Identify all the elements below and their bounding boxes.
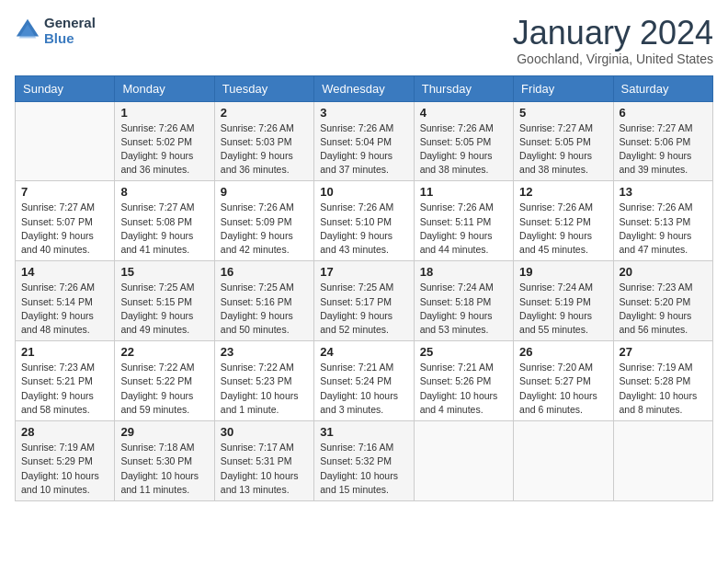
calendar-cell: 4Sunrise: 7:26 AMSunset: 5:05 PMDaylight…	[414, 101, 513, 181]
day-number: 5	[519, 106, 607, 120]
calendar-cell: 12Sunrise: 7:26 AMSunset: 5:12 PMDayligh…	[514, 181, 613, 261]
day-number: 23	[221, 345, 308, 359]
day-info: Sunrise: 7:26 AMSunset: 5:02 PMDaylight:…	[120, 121, 208, 178]
day-info: Sunrise: 7:27 AMSunset: 5:08 PMDaylight:…	[120, 201, 208, 257]
day-info: Sunrise: 7:18 AMSunset: 5:30 PMDaylight:…	[120, 441, 208, 497]
calendar-cell: 1Sunrise: 7:26 AMSunset: 5:02 PMDaylight…	[115, 101, 214, 181]
calendar-cell: 18Sunrise: 7:24 AMSunset: 5:18 PMDayligh…	[414, 261, 513, 341]
calendar-cell: 9Sunrise: 7:26 AMSunset: 5:09 PMDaylight…	[214, 181, 313, 261]
day-number: 1	[120, 106, 208, 120]
day-number: 21	[21, 345, 108, 359]
day-number: 22	[120, 345, 208, 359]
col-sunday: Sunday	[16, 75, 115, 101]
calendar-cell: 31Sunrise: 7:16 AMSunset: 5:32 PMDayligh…	[314, 421, 414, 501]
calendar-week-row: 14Sunrise: 7:26 AMSunset: 5:14 PMDayligh…	[16, 261, 713, 341]
col-friday: Friday	[514, 75, 613, 101]
calendar-cell: 14Sunrise: 7:26 AMSunset: 5:14 PMDayligh…	[16, 261, 115, 341]
calendar-cell: 15Sunrise: 7:25 AMSunset: 5:15 PMDayligh…	[115, 261, 214, 341]
calendar-cell	[414, 421, 513, 501]
day-info: Sunrise: 7:24 AMSunset: 5:18 PMDaylight:…	[420, 281, 507, 337]
calendar-cell: 11Sunrise: 7:26 AMSunset: 5:11 PMDayligh…	[414, 181, 513, 261]
calendar-table: Sunday Monday Tuesday Wednesday Thursday…	[15, 75, 713, 501]
calendar-cell: 23Sunrise: 7:22 AMSunset: 5:23 PMDayligh…	[214, 341, 313, 421]
logo: General Blue	[15, 15, 96, 46]
day-info: Sunrise: 7:27 AMSunset: 5:07 PMDaylight:…	[21, 201, 108, 257]
day-number: 29	[120, 425, 208, 439]
day-info: Sunrise: 7:23 AMSunset: 5:21 PMDaylight:…	[21, 361, 108, 417]
day-info: Sunrise: 7:26 AMSunset: 5:14 PMDaylight:…	[21, 281, 108, 337]
day-number: 2	[221, 106, 308, 120]
day-number: 24	[320, 345, 407, 359]
day-info: Sunrise: 7:16 AMSunset: 5:32 PMDaylight:…	[320, 441, 407, 497]
calendar-cell: 27Sunrise: 7:19 AMSunset: 5:28 PMDayligh…	[613, 341, 712, 421]
calendar-cell: 2Sunrise: 7:26 AMSunset: 5:03 PMDaylight…	[214, 101, 313, 181]
calendar-cell	[514, 421, 613, 501]
day-number: 4	[420, 106, 507, 120]
day-number: 15	[120, 265, 208, 279]
calendar-cell: 5Sunrise: 7:27 AMSunset: 5:05 PMDaylight…	[514, 101, 613, 181]
col-tuesday: Tuesday	[214, 75, 313, 101]
calendar-cell: 10Sunrise: 7:26 AMSunset: 5:10 PMDayligh…	[314, 181, 414, 261]
day-number: 10	[320, 185, 407, 199]
calendar-cell: 3Sunrise: 7:26 AMSunset: 5:04 PMDaylight…	[314, 101, 414, 181]
day-number: 12	[519, 185, 607, 199]
calendar-cell: 28Sunrise: 7:19 AMSunset: 5:29 PMDayligh…	[16, 421, 115, 501]
col-thursday: Thursday	[414, 75, 513, 101]
day-number: 26	[519, 345, 607, 359]
calendar-cell: 20Sunrise: 7:23 AMSunset: 5:20 PMDayligh…	[613, 261, 712, 341]
calendar-week-row: 7Sunrise: 7:27 AMSunset: 5:07 PMDaylight…	[16, 181, 713, 261]
calendar-cell: 29Sunrise: 7:18 AMSunset: 5:30 PMDayligh…	[115, 421, 214, 501]
day-info: Sunrise: 7:23 AMSunset: 5:20 PMDaylight:…	[620, 281, 707, 337]
day-info: Sunrise: 7:26 AMSunset: 5:12 PMDaylight:…	[519, 201, 607, 257]
calendar-week-row: 21Sunrise: 7:23 AMSunset: 5:21 PMDayligh…	[16, 341, 713, 421]
calendar-cell: 25Sunrise: 7:21 AMSunset: 5:26 PMDayligh…	[414, 341, 513, 421]
calendar-cell: 7Sunrise: 7:27 AMSunset: 5:07 PMDaylight…	[16, 181, 115, 261]
day-info: Sunrise: 7:26 AMSunset: 5:11 PMDaylight:…	[420, 201, 507, 257]
day-number: 28	[21, 425, 108, 439]
calendar-cell: 22Sunrise: 7:22 AMSunset: 5:22 PMDayligh…	[115, 341, 214, 421]
calendar-week-row: 28Sunrise: 7:19 AMSunset: 5:29 PMDayligh…	[16, 421, 713, 501]
day-number: 8	[120, 185, 208, 199]
day-number: 25	[420, 345, 507, 359]
month-year-title: January 2024	[513, 15, 713, 52]
day-info: Sunrise: 7:19 AMSunset: 5:28 PMDaylight:…	[620, 361, 707, 417]
day-info: Sunrise: 7:17 AMSunset: 5:31 PMDaylight:…	[221, 441, 308, 497]
day-number: 13	[620, 185, 707, 199]
day-number: 7	[21, 185, 108, 199]
page-header: General Blue January 2024 Goochland, Vir…	[15, 15, 713, 66]
col-wednesday: Wednesday	[314, 75, 414, 101]
logo-icon	[15, 17, 40, 43]
day-info: Sunrise: 7:26 AMSunset: 5:13 PMDaylight:…	[620, 201, 707, 257]
day-info: Sunrise: 7:19 AMSunset: 5:29 PMDaylight:…	[21, 441, 108, 497]
day-info: Sunrise: 7:26 AMSunset: 5:09 PMDaylight:…	[221, 201, 308, 257]
day-info: Sunrise: 7:26 AMSunset: 5:10 PMDaylight:…	[320, 201, 407, 257]
day-number: 3	[320, 106, 407, 120]
day-number: 16	[221, 265, 308, 279]
col-saturday: Saturday	[613, 75, 712, 101]
day-info: Sunrise: 7:25 AMSunset: 5:16 PMDaylight:…	[221, 281, 308, 337]
day-number: 6	[620, 106, 707, 120]
calendar-cell: 16Sunrise: 7:25 AMSunset: 5:16 PMDayligh…	[214, 261, 313, 341]
day-number: 20	[620, 265, 707, 279]
calendar-cell: 13Sunrise: 7:26 AMSunset: 5:13 PMDayligh…	[613, 181, 712, 261]
calendar-cell: 6Sunrise: 7:27 AMSunset: 5:06 PMDaylight…	[613, 101, 712, 181]
calendar-header: Sunday Monday Tuesday Wednesday Thursday…	[16, 75, 713, 101]
day-info: Sunrise: 7:27 AMSunset: 5:06 PMDaylight:…	[620, 121, 707, 178]
day-info: Sunrise: 7:26 AMSunset: 5:03 PMDaylight:…	[221, 121, 308, 178]
day-info: Sunrise: 7:20 AMSunset: 5:27 PMDaylight:…	[519, 361, 607, 417]
col-monday: Monday	[115, 75, 214, 101]
calendar-cell: 8Sunrise: 7:27 AMSunset: 5:08 PMDaylight…	[115, 181, 214, 261]
day-number: 18	[420, 265, 507, 279]
day-info: Sunrise: 7:22 AMSunset: 5:23 PMDaylight:…	[221, 361, 308, 417]
day-info: Sunrise: 7:21 AMSunset: 5:26 PMDaylight:…	[420, 361, 507, 417]
calendar-week-row: 1Sunrise: 7:26 AMSunset: 5:02 PMDaylight…	[16, 101, 713, 181]
title-area: January 2024 Goochland, Virginia, United…	[513, 15, 713, 66]
day-number: 19	[519, 265, 607, 279]
calendar-body: 1Sunrise: 7:26 AMSunset: 5:02 PMDaylight…	[16, 101, 713, 500]
day-info: Sunrise: 7:26 AMSunset: 5:04 PMDaylight:…	[320, 121, 407, 178]
day-info: Sunrise: 7:27 AMSunset: 5:05 PMDaylight:…	[519, 121, 607, 178]
day-info: Sunrise: 7:22 AMSunset: 5:22 PMDaylight:…	[120, 361, 208, 417]
calendar-cell: 21Sunrise: 7:23 AMSunset: 5:21 PMDayligh…	[16, 341, 115, 421]
calendar-cell	[16, 101, 115, 181]
calendar-cell: 17Sunrise: 7:25 AMSunset: 5:17 PMDayligh…	[314, 261, 414, 341]
